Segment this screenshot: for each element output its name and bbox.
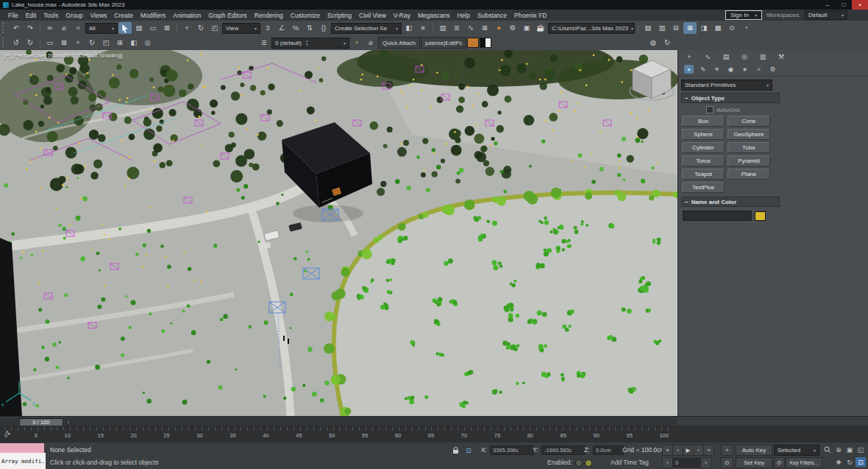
menu-customize[interactable]: Customize bbox=[287, 12, 324, 19]
grid-toggle-icon[interactable]: ⊞ bbox=[113, 37, 127, 49]
add-time-tag[interactable]: Add Time Tag bbox=[611, 459, 649, 466]
material-editor-icon[interactable]: ● bbox=[492, 22, 505, 34]
new-key-icon[interactable]: + bbox=[721, 445, 733, 456]
go-to-start-icon[interactable]: « bbox=[662, 445, 673, 456]
modifier-value-field[interactable]: 0 (default) ▴▾ ▾ bbox=[271, 38, 349, 49]
modifier-list-icon[interactable]: ≣ bbox=[257, 37, 271, 49]
menu-scripting[interactable]: Scripting bbox=[324, 12, 355, 19]
menu-file[interactable]: File bbox=[4, 12, 22, 19]
subtab-geometry-icon[interactable]: ● bbox=[684, 65, 694, 74]
subtab-cameras-icon[interactable]: ◉ bbox=[726, 65, 736, 74]
key-step-back-icon[interactable]: ‹ bbox=[662, 457, 673, 468]
maxscript-mini-listener-white[interactable]: Array modifi... bbox=[0, 453, 46, 469]
track-bar[interactable]: ∿ 05 1015 2025 3035 4045 5055 6065 7075 … bbox=[0, 426, 868, 443]
bind-spacewarp-icon[interactable]: ≈ bbox=[71, 22, 85, 34]
menu-phoenix-fd[interactable]: Phoenix FD bbox=[511, 12, 550, 19]
next-frame-icon[interactable]: › bbox=[693, 445, 704, 456]
key-mode-icon[interactable]: ⊙ bbox=[774, 457, 785, 468]
maxscript-mini-listener-pink[interactable] bbox=[0, 443, 44, 454]
subtab-spacewarps-icon[interactable]: ≈ bbox=[754, 65, 764, 74]
render-production-icon[interactable]: ☕ bbox=[534, 22, 547, 34]
key-selection-dropdown[interactable]: Selected ▾ bbox=[774, 445, 819, 456]
x-coordinate-field[interactable]: 3395.396c bbox=[490, 445, 534, 455]
menu-substance[interactable]: Substance bbox=[474, 12, 511, 19]
name-and-color-rollout[interactable]: − Name and Color bbox=[681, 197, 780, 207]
zoom-icon[interactable] bbox=[822, 445, 833, 454]
tab-utilities-icon[interactable]: ⚒ bbox=[776, 52, 786, 62]
menu-civil-view[interactable]: Civil View bbox=[355, 12, 390, 19]
autogrid-checkbox[interactable] bbox=[706, 106, 714, 113]
rendered-frame-window-icon[interactable]: ▣ bbox=[520, 22, 533, 34]
spinner-arrows[interactable]: ▴▾ bbox=[306, 39, 308, 46]
menu-create[interactable]: Create bbox=[110, 12, 137, 19]
select-and-scale-icon[interactable]: ◰ bbox=[208, 22, 221, 34]
tab-motion-icon[interactable]: ◎ bbox=[739, 52, 750, 62]
y-coordinate-field[interactable]: -1690.583c bbox=[541, 445, 586, 455]
spinner-snap-icon[interactable]: ⇅ bbox=[303, 22, 316, 34]
workspace-dropdown[interactable]: Default ▾ bbox=[805, 10, 847, 20]
rotate-gizmo-icon[interactable]: ↻ bbox=[85, 37, 99, 49]
select-by-name-icon[interactable]: ▤ bbox=[132, 22, 146, 34]
sphere-tool-icon[interactable]: ◍ bbox=[647, 37, 660, 49]
crossing-mode-icon[interactable]: ⊠ bbox=[57, 37, 71, 49]
attach-options-button[interactable]: jularize|EditPc bbox=[421, 37, 467, 49]
maximize-button[interactable]: □ bbox=[836, 0, 852, 10]
subtab-systems-icon[interactable]: ⚙ bbox=[768, 65, 778, 74]
snaps-toggle-icon[interactable]: 3 bbox=[261, 22, 274, 34]
tab-create-icon[interactable]: + bbox=[684, 52, 694, 62]
plane-button[interactable]: Plane bbox=[728, 169, 770, 180]
info-center-icon[interactable]: ◔ bbox=[739, 22, 753, 34]
auto-key-button[interactable]: Auto Key bbox=[736, 445, 772, 456]
add-modifier-icon[interactable]: + bbox=[350, 37, 363, 49]
reference-coordinate-dropdown[interactable]: View ▾ bbox=[222, 23, 260, 34]
box-button[interactable]: Box bbox=[682, 116, 725, 127]
mirror-tool-icon[interactable]: ◧ bbox=[127, 37, 140, 49]
named-selection-set-dropdown[interactable]: Create Selection Se ▾ bbox=[331, 23, 402, 34]
tab-modify-icon[interactable]: ∿ bbox=[702, 52, 713, 62]
select-link-icon[interactable]: ∞ bbox=[43, 22, 57, 34]
project-path-dropdown[interactable]: C:\Users\Paz...3ds Max 2023 ▾ bbox=[548, 23, 635, 34]
time-slider-track[interactable]: 0 / 100 › bbox=[0, 417, 677, 426]
undo-view-icon[interactable]: ↺ bbox=[10, 37, 23, 49]
set-key-button[interactable]: Set Key bbox=[736, 457, 772, 468]
sphere-button[interactable]: Sphere bbox=[682, 129, 725, 140]
display-filter-icon[interactable]: ▥ bbox=[655, 22, 669, 34]
geosphere-button[interactable]: GeoSphere bbox=[728, 129, 770, 140]
torus-button[interactable]: Torus bbox=[682, 155, 725, 166]
scale-gizmo-icon[interactable]: ◰ bbox=[99, 37, 113, 49]
object-name-input[interactable] bbox=[683, 211, 752, 221]
cone-button[interactable]: Cone bbox=[728, 116, 770, 127]
align-icon[interactable]: ≡ bbox=[416, 22, 430, 34]
undo-icon[interactable]: ↶ bbox=[10, 22, 23, 34]
enabled-toggle-b[interactable] bbox=[585, 459, 592, 467]
tab-display-icon[interactable]: ▥ bbox=[758, 52, 768, 62]
tube-button[interactable]: Tube bbox=[728, 142, 770, 153]
remove-modifier-icon[interactable]: ⌀ bbox=[364, 37, 377, 49]
selection-filter-dropdown[interactable]: All ▾ bbox=[85, 23, 118, 34]
select-object-icon[interactable] bbox=[118, 22, 132, 34]
key-filters-button[interactable]: Key Filters... bbox=[786, 457, 822, 468]
subtab-helpers-icon[interactable]: ∗ bbox=[740, 65, 750, 74]
teapot-button[interactable]: Teapot bbox=[682, 169, 725, 180]
grid-display-icon[interactable]: ▦ bbox=[711, 22, 725, 34]
maximize-viewport-icon[interactable]: ⊡ bbox=[855, 457, 866, 467]
sign-in-dropdown[interactable]: Sign In ▾ bbox=[725, 10, 762, 20]
pan-icon[interactable]: ❖ bbox=[833, 457, 844, 467]
previous-frame-icon[interactable]: ‹ bbox=[672, 445, 683, 456]
object-type-rollout[interactable]: − Object Type bbox=[681, 93, 780, 103]
bw-swatch-icon[interactable] bbox=[480, 38, 491, 48]
viewport[interactable]: x y [+] [Perspective] [Standard] [Defaul… bbox=[0, 50, 678, 416]
minimize-button[interactable]: – bbox=[819, 0, 836, 10]
subtab-lights-icon[interactable]: ☀ bbox=[712, 65, 722, 74]
orbit-icon[interactable]: ↻ bbox=[844, 457, 855, 467]
pivot-tool-icon[interactable]: ◎ bbox=[141, 37, 154, 49]
play-icon[interactable]: ▶ bbox=[683, 445, 694, 456]
textplus-button[interactable]: TextPlus bbox=[682, 182, 725, 193]
unlink-icon[interactable]: ⌀ bbox=[57, 22, 71, 34]
go-to-end-icon[interactable]: » bbox=[703, 445, 714, 456]
named-views-icon[interactable]: ⊟ bbox=[669, 22, 683, 34]
close-button[interactable]: × bbox=[852, 0, 868, 10]
redo-view-icon[interactable]: ↻ bbox=[24, 37, 37, 49]
object-color-swatch[interactable] bbox=[755, 211, 766, 221]
z-coordinate-field[interactable]: 0.0cm bbox=[593, 445, 624, 455]
